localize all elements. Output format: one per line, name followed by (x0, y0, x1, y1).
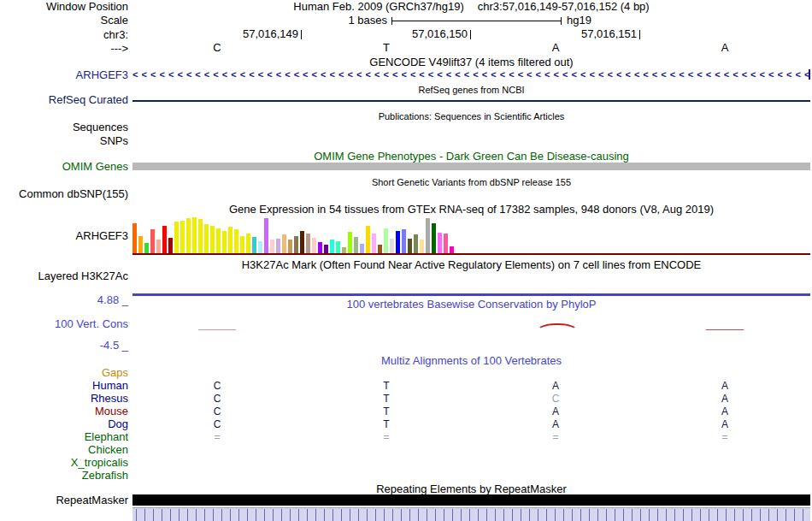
ruler-tick (794, 509, 795, 521)
ruler-tick (418, 509, 419, 521)
repeatmasker-track-title[interactable]: Repeating Elements by RepeatMasker (132, 483, 810, 495)
ruler-tick (478, 509, 479, 521)
ruler-tick (580, 509, 581, 521)
ruler-tick (632, 509, 633, 521)
track-label-rhesus[interactable]: Rhesus (91, 393, 128, 405)
alignment-base: = (302, 431, 471, 444)
ruler-tick (221, 509, 222, 521)
track-label-human[interactable]: Human (92, 380, 128, 392)
track-label-elephant[interactable]: Elephant (85, 431, 128, 443)
ruler-tick (136, 509, 137, 521)
ruler-tick (572, 509, 573, 521)
track-label-layered-h3k27ac[interactable]: Layered H3K27Ac (38, 270, 128, 282)
repeatmasker-item[interactable] (132, 494, 810, 506)
multiz-row-human[interactable]: CTAA (132, 380, 810, 393)
track-label-repeatmasker[interactable]: RepeatMasker (56, 494, 128, 506)
alignment-base: A (471, 380, 640, 393)
alignment-base: A (640, 380, 809, 393)
ruler-tick (615, 509, 615, 521)
multiz-row-elephant[interactable]: ==== (132, 431, 810, 444)
alignment-base: C (132, 380, 302, 393)
alignment-base: C (132, 418, 302, 431)
strand-direction-label: ---> (110, 43, 128, 55)
track-label-dog[interactable]: Dog (108, 418, 128, 430)
bottom-position-ruler[interactable] (132, 507, 810, 521)
track-label-gencode-arhgef3[interactable]: ARHGEF3 (76, 69, 128, 81)
ruler-tick (350, 509, 350, 521)
alignment-base: A (471, 406, 640, 418)
ruler-tick (204, 509, 205, 521)
ruler-tick (332, 509, 333, 521)
track-label-mouse[interactable]: Mouse (95, 406, 128, 417)
multiz-row-zebrafish[interactable] (132, 470, 810, 483)
ruler-tick (486, 509, 487, 521)
ruler-tick (734, 509, 735, 521)
ruler-tick (238, 509, 239, 521)
ruler-tick (666, 509, 667, 521)
ruler-tick (367, 509, 368, 521)
ruler-tick (700, 509, 701, 521)
alignment-base: A (640, 418, 809, 431)
track-label-snps[interactable]: SNPs (100, 135, 128, 147)
alignment-base: A (640, 393, 809, 406)
track-label-gaps[interactable]: Gaps (102, 367, 128, 379)
ruler-tick (495, 509, 496, 521)
ruler-tick (589, 509, 590, 521)
conservation-axis-min: -4.5 _ (100, 340, 128, 352)
scale-label: Scale (100, 15, 128, 27)
ruler-tick (469, 509, 470, 521)
multiz-row-gaps[interactable] (132, 367, 810, 380)
ruler-tick (726, 509, 727, 521)
alignment-base: T (302, 418, 471, 431)
alignment-base: = (132, 431, 302, 444)
ruler-tick (529, 509, 530, 521)
alignment-base: C (471, 393, 640, 406)
ruler-tick (768, 509, 769, 521)
ruler-tick (324, 509, 325, 521)
ruler-tick (777, 509, 778, 521)
alignment-base: T (302, 406, 471, 418)
track-label-omim-genes[interactable]: OMIM Genes (62, 161, 128, 173)
alignment-base: T (302, 380, 471, 393)
ruler-tick (521, 509, 521, 521)
track-label-x-tropicalis[interactable]: X_tropicalis (71, 457, 128, 469)
conservation-axis-max: 4.88 _ (97, 294, 128, 306)
ruler-tick (640, 509, 641, 521)
ruler-tick (187, 509, 188, 521)
track-label-sequences[interactable]: Sequences (73, 121, 128, 133)
ruler-tick (298, 509, 299, 521)
ruler-tick (162, 509, 162, 521)
track-label-zebrafish[interactable]: Zebrafish (82, 470, 128, 482)
ruler-tick (674, 509, 675, 521)
multiz-row-chicken[interactable] (132, 444, 810, 457)
multiz-row-mouse[interactable]: CTAA (132, 406, 810, 418)
ruler-tick (555, 509, 556, 521)
track-label-common-dbsnp[interactable]: Common dbSNP(155) (19, 188, 128, 200)
ruler-tick (375, 509, 376, 521)
multiz-row-x-tropicalis[interactable] (132, 457, 810, 470)
track-label-100-vert-cons[interactable]: 100 Vert. Cons (55, 318, 128, 330)
track-label-chicken[interactable]: Chicken (88, 444, 128, 456)
alignment-base: C (132, 393, 302, 406)
ruler-tick (461, 509, 462, 521)
ruler-tick (691, 509, 692, 521)
ruler-tick (717, 509, 718, 521)
alignment-base: A (640, 406, 809, 418)
ruler-tick (290, 509, 291, 521)
ruler-tick (709, 509, 709, 521)
ruler-tick (743, 509, 744, 521)
track-label-gtex-arhgef3[interactable]: ARHGEF3 (76, 230, 128, 242)
multiz-row-dog[interactable]: CTAA (132, 418, 810, 431)
alignment-base: = (640, 431, 809, 444)
ruler-tick (273, 509, 274, 521)
ruler-tick (384, 509, 385, 521)
ruler-tick (597, 509, 598, 521)
chromosome-label: chr3: (103, 29, 128, 41)
ruler-tick (247, 509, 248, 521)
ucsc-genome-browser: Window Position Scale chr3: ---> ARHGEF3… (0, 0, 812, 521)
track-label-refseq-curated[interactable]: RefSeq Curated (49, 94, 128, 106)
alignment-base: T (302, 393, 471, 406)
multiz-row-rhesus[interactable]: CTCA (132, 393, 810, 406)
ruler-tick (563, 509, 564, 521)
ruler-tick (683, 509, 684, 521)
